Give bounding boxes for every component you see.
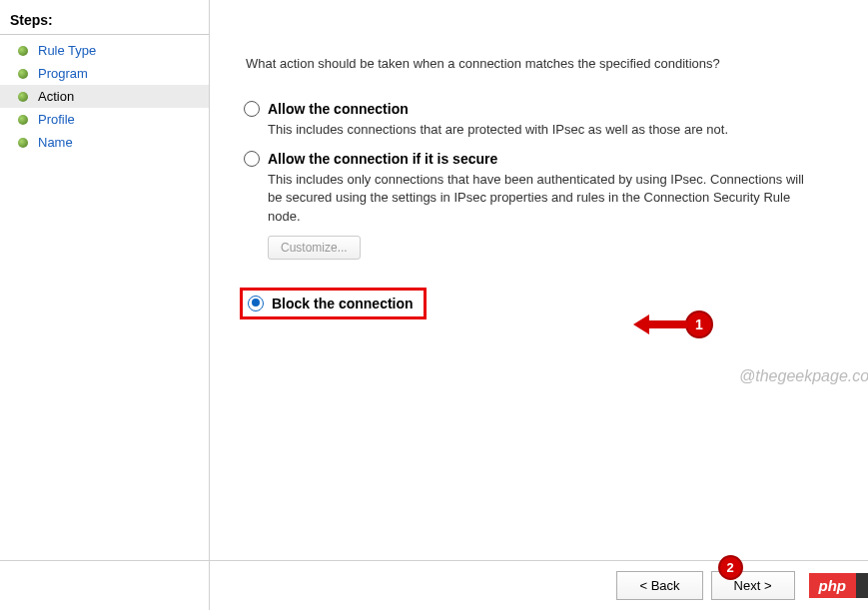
step-program[interactable]: Program	[0, 62, 209, 85]
next-button[interactable]: 2 Next >	[711, 571, 795, 600]
step-rule-type[interactable]: Rule Type	[0, 39, 209, 62]
next-button-label: Next >	[734, 578, 772, 593]
option-allow: Allow the connection This includes conne…	[244, 101, 838, 139]
option-row[interactable]: Allow the connection	[244, 101, 838, 117]
radio-block[interactable]	[248, 296, 264, 311]
main-panel: What action should be taken when a conne…	[210, 0, 868, 610]
bullet-icon	[18, 69, 28, 79]
watermark: @thegeekpage.com	[739, 367, 868, 385]
step-label: Action	[38, 89, 74, 104]
callout-annotation-1: 1	[647, 310, 713, 338]
php-watermark: php	[809, 573, 857, 598]
step-label: Profile	[38, 112, 75, 127]
sidebar-title: Steps:	[0, 8, 209, 35]
option-title: Allow the connection	[268, 101, 409, 117]
wizard-steps-sidebar: Steps: Rule Type Program Action Profile …	[0, 0, 210, 610]
callout-badge: 1	[685, 310, 713, 338]
option-row[interactable]: Allow the connection if it is secure	[244, 151, 838, 167]
arrow-icon	[647, 320, 687, 328]
callout-badge: 2	[718, 555, 743, 580]
bullet-icon	[18, 115, 28, 125]
option-title: Allow the connection if it is secure	[268, 151, 497, 167]
radio-allow-secure[interactable]	[244, 151, 260, 167]
step-action[interactable]: Action	[0, 85, 209, 108]
customize-button: Customize...	[268, 236, 361, 260]
option-desc: This includes connections that are prote…	[268, 121, 807, 139]
bullet-icon	[18, 92, 28, 102]
bullet-icon	[18, 46, 28, 56]
option-allow-secure: Allow the connection if it is secure Thi…	[244, 151, 838, 260]
wizard-question: What action should be taken when a conne…	[246, 56, 838, 71]
step-label: Program	[38, 66, 88, 81]
step-label: Rule Type	[38, 43, 96, 58]
radio-allow[interactable]	[244, 101, 260, 117]
option-desc: This includes only connections that have…	[268, 171, 807, 226]
highlight-annotation: Block the connection	[240, 288, 427, 319]
wizard-footer: < Back 2 Next > php	[0, 560, 868, 610]
step-name[interactable]: Name	[0, 131, 209, 154]
bullet-icon	[18, 138, 28, 148]
option-row[interactable]: Block the connection	[248, 296, 414, 311]
step-profile[interactable]: Profile	[0, 108, 209, 131]
step-label: Name	[38, 135, 73, 150]
back-button[interactable]: < Back	[616, 571, 702, 600]
option-title: Block the connection	[272, 296, 414, 311]
